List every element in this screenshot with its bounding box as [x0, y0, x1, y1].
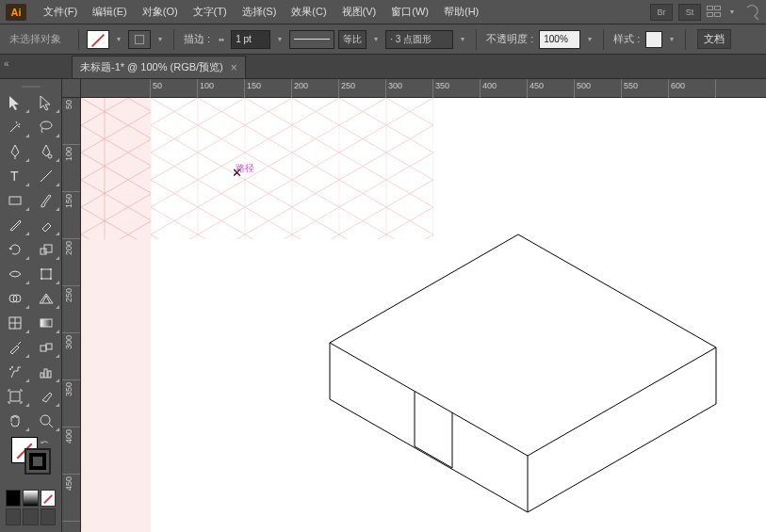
panel-expand-icon[interactable]: « — [4, 58, 15, 70]
bridge-button[interactable]: Br — [650, 4, 673, 21]
style-label: 样式 : — [611, 32, 642, 46]
menu-type[interactable]: 文字(T) — [186, 1, 235, 23]
search-icon[interactable] — [743, 4, 760, 21]
brush-dropdown-icon[interactable]: ▾ — [457, 30, 468, 49]
opacity-label: 不透明度 : — [484, 32, 535, 46]
close-tab-icon[interactable]: × — [231, 61, 237, 74]
paintbrush-tool[interactable] — [31, 188, 62, 213]
shape-builder-tool[interactable] — [0, 286, 31, 311]
smart-guide-label: 路径 — [236, 162, 254, 175]
draw-behind-icon[interactable] — [23, 508, 38, 525]
width-tool[interactable] — [0, 262, 31, 286]
rectangle-tool[interactable] — [0, 188, 31, 213]
curvature-tool[interactable] — [31, 139, 62, 164]
eraser-tool[interactable] — [31, 213, 62, 237]
menu-view[interactable]: 视图(V) — [334, 1, 384, 23]
svg-rect-15 — [41, 346, 46, 351]
pen-tool[interactable] — [0, 139, 31, 164]
zoom-tool[interactable] — [31, 409, 62, 433]
ruler-origin[interactable] — [62, 79, 81, 98]
arrange-dropdown-icon[interactable]: ▾ — [726, 3, 738, 22]
canvas-area: 50 100 150 200 250 300 350 400 450 500 5… — [62, 79, 766, 532]
fill-stroke-swatches[interactable]: ⤺ — [8, 437, 54, 476]
menu-help[interactable]: 帮助(H) — [436, 1, 486, 23]
slice-tool[interactable] — [31, 384, 62, 409]
svg-point-0 — [41, 121, 52, 129]
document-tab-title: 未标题-1* @ 100% (RGB/预览) — [80, 60, 223, 74]
opacity-input[interactable] — [539, 30, 580, 49]
document-tab[interactable]: 未标题-1* @ 100% (RGB/预览) × — [72, 56, 246, 78]
uniform-profile[interactable]: 等比 — [338, 30, 367, 49]
symbol-sprayer-tool[interactable] — [0, 360, 31, 384]
document-setup-button[interactable]: 文档 — [697, 29, 731, 49]
svg-point-10 — [50, 278, 52, 280]
selection-tool[interactable] — [0, 90, 31, 115]
svg-point-17 — [9, 368, 11, 370]
svg-rect-21 — [48, 371, 51, 378]
stroke-link-icon[interactable]: ⬍ — [212, 34, 231, 45]
svg-point-18 — [11, 366, 13, 368]
hand-tool[interactable] — [0, 409, 31, 433]
draw-normal-icon[interactable] — [6, 508, 21, 525]
blend-tool[interactable] — [31, 335, 62, 360]
selection-status: 未选择对象 — [6, 32, 71, 46]
gradient-tool[interactable] — [31, 311, 62, 335]
uniform-dropdown-icon[interactable]: ▾ — [370, 30, 382, 49]
arrange-documents-icon[interactable] — [707, 6, 724, 19]
graphic-style-swatch[interactable] — [645, 31, 662, 48]
menu-effect[interactable]: 效果(C) — [284, 1, 334, 23]
opacity-dropdown-icon[interactable]: ▾ — [584, 30, 595, 49]
drawn-box-shape[interactable] — [264, 202, 735, 532]
rotate-tool[interactable] — [0, 237, 31, 262]
color-mode-gradient[interactable] — [23, 490, 38, 507]
stroke-color-swatch[interactable] — [24, 448, 51, 475]
vertical-ruler[interactable]: 50 100 150 200 250 300 350 400 450 — [62, 98, 81, 532]
magic-wand-tool[interactable] — [0, 115, 31, 139]
fill-swatch[interactable] — [87, 30, 109, 49]
svg-point-7 — [41, 268, 42, 270]
column-graph-tool[interactable] — [31, 360, 62, 384]
stroke-weight-dropdown-icon[interactable]: ▾ — [274, 30, 285, 49]
menu-select[interactable]: 选择(S) — [235, 1, 285, 23]
svg-point-9 — [41, 278, 42, 280]
menu-edit[interactable]: 编辑(E) — [85, 1, 135, 23]
artboard-tool[interactable] — [0, 384, 31, 409]
color-mode-solid[interactable] — [6, 490, 21, 507]
svg-text:T: T — [10, 169, 19, 184]
shaper-tool[interactable] — [0, 213, 31, 237]
perspective-grid-tool[interactable] — [31, 286, 62, 311]
svg-rect-6 — [41, 269, 51, 279]
svg-point-8 — [50, 268, 52, 270]
variable-width-profile[interactable] — [289, 30, 334, 49]
fill-dropdown-icon[interactable]: ▾ — [113, 30, 124, 49]
menu-object[interactable]: 对象(O) — [135, 1, 186, 23]
menu-file[interactable]: 文件(F) — [36, 1, 85, 23]
toolbox-grip[interactable] — [0, 83, 61, 90]
color-mode-none[interactable] — [41, 490, 56, 507]
svg-rect-20 — [44, 369, 47, 378]
stroke-weight-input[interactable] — [231, 30, 270, 49]
draw-modes — [6, 508, 56, 525]
artboard[interactable]: ✕ 路径 — [151, 98, 766, 532]
swap-fill-stroke-icon[interactable]: ⤺ — [41, 437, 48, 447]
type-tool[interactable]: T — [0, 164, 31, 188]
brush-definition[interactable]: · 3 点圆形 — [385, 30, 453, 49]
scale-tool[interactable] — [31, 237, 62, 262]
control-bar: 未选择对象 ▾ ▾ 描边 : ⬍ ▾ 等比 ▾ · 3 点圆形 ▾ 不透明度 :… — [0, 24, 766, 55]
menu-window[interactable]: 窗口(W) — [383, 1, 436, 23]
stock-button[interactable]: St — [678, 4, 701, 21]
stroke-swatch[interactable] — [128, 30, 151, 49]
line-segment-tool[interactable] — [31, 164, 62, 188]
style-dropdown-icon[interactable]: ▾ — [666, 30, 677, 49]
stroke-dropdown-icon[interactable]: ▾ — [155, 30, 166, 49]
lasso-tool[interactable] — [31, 115, 62, 139]
free-transform-tool[interactable] — [31, 262, 62, 286]
horizontal-ruler[interactable]: 50 100 150 200 250 300 350 400 450 500 5… — [81, 79, 766, 98]
mesh-tool[interactable] — [0, 311, 31, 335]
svg-rect-16 — [46, 344, 52, 349]
toolbox: T ⤺ — [0, 79, 62, 532]
draw-inside-icon[interactable] — [41, 508, 56, 525]
direct-selection-tool[interactable] — [31, 90, 62, 115]
app-logo: Ai — [6, 4, 26, 21]
eyedropper-tool[interactable] — [0, 335, 31, 360]
